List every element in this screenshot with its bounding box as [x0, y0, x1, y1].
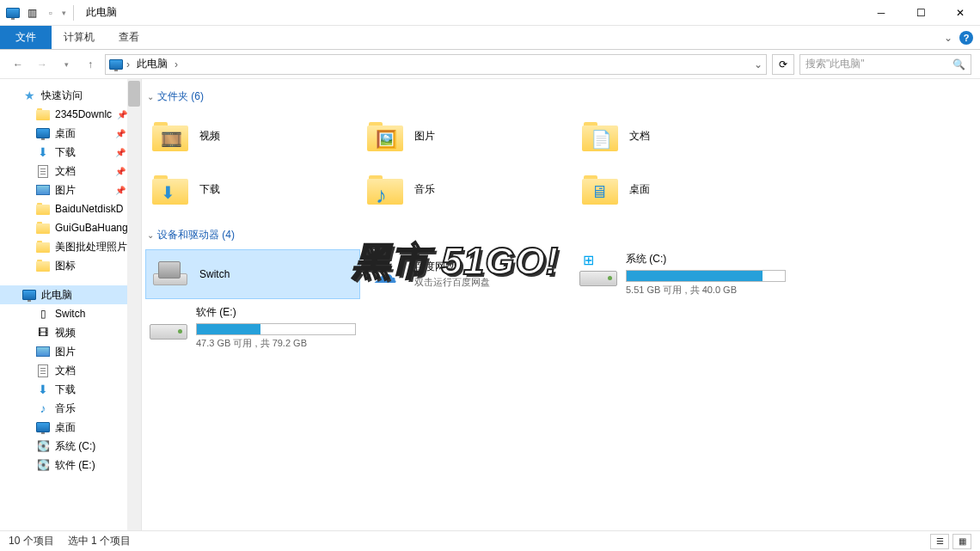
- video-icon: 🎞️: [161, 129, 182, 150]
- tree-label: 下载: [55, 383, 76, 397]
- tree-item[interactable]: 2345Downlc📌: [0, 105, 141, 124]
- tree-label: 系统 (C:): [55, 439, 95, 454]
- folder-item-desktop[interactable]: 🖥桌面: [575, 164, 790, 214]
- view-details-button[interactable]: ☰: [930, 534, 949, 549]
- chevron-right-icon[interactable]: ›: [175, 58, 178, 70]
- tree-item[interactable]: 图片📌: [0, 181, 141, 199]
- tree-label: 音乐: [55, 401, 76, 416]
- breadcrumb-root[interactable]: 此电脑: [133, 57, 171, 71]
- device-item-system-c[interactable]: ⊞ 系统 (C:) 5.51 GB 可用 , 共 40.0 GB: [575, 249, 790, 299]
- tree-label: 图片: [55, 345, 76, 359]
- tree-label: 此电脑: [41, 288, 72, 303]
- ribbon-expand-icon[interactable]: ⌄: [944, 32, 952, 44]
- status-item-count: 10 个项目: [9, 534, 54, 548]
- desktop-icon: 🖥: [591, 182, 608, 202]
- qat-new-icon[interactable]: ▫: [43, 5, 58, 21]
- scrollbar-thumb[interactable]: [128, 81, 140, 107]
- title-bar: ▥ ▫ ▾ 此电脑 ─ ☐ ✕: [0, 0, 980, 26]
- tree-item[interactable]: 文档: [0, 361, 141, 380]
- document-icon: [36, 164, 50, 178]
- download-icon: ⬇: [36, 383, 50, 396]
- chevron-right-icon[interactable]: ›: [126, 58, 130, 70]
- folder-icon: [36, 259, 50, 272]
- item-subtitle: 双击运行百度网盘: [414, 276, 571, 289]
- minimize-button[interactable]: ─: [861, 0, 901, 26]
- ribbon-file-tab[interactable]: 文件: [0, 26, 52, 49]
- tree-label: 视频: [55, 326, 76, 340]
- tree-item[interactable]: 图标: [0, 256, 141, 275]
- folder-item-documents[interactable]: 📄文档: [575, 111, 790, 161]
- device-item-baidu[interactable]: ☁ 百度网盘双击运行百度网盘: [360, 249, 575, 299]
- address-dropdown-icon[interactable]: ⌄: [754, 58, 763, 70]
- item-label: 音乐: [414, 182, 571, 197]
- tree-label: GuiGuBaHuang: [55, 222, 128, 234]
- tree-label: 桌面: [55, 126, 76, 141]
- download-icon: ⬇: [161, 182, 175, 203]
- tree-label: 图片: [55, 183, 76, 198]
- pin-icon: 📌: [115, 148, 126, 157]
- tree-item[interactable]: ▯Switch: [0, 304, 141, 323]
- status-selected-count: 选中 1 个项目: [68, 534, 131, 548]
- app-icon: [5, 5, 21, 21]
- tree-label: 下载: [55, 145, 76, 160]
- nav-recent-button[interactable]: ▾: [57, 55, 76, 74]
- item-label: 文档: [629, 129, 786, 144]
- view-tiles-button[interactable]: ▦: [952, 534, 971, 549]
- qat-dropdown-icon[interactable]: ▾: [62, 9, 66, 17]
- scrollbar-track[interactable]: [127, 79, 141, 530]
- picture-icon: [36, 345, 50, 358]
- tree-label: 桌面: [55, 420, 76, 435]
- group-header-folders[interactable]: ⌄ 文件夹 (6): [145, 86, 977, 111]
- device-item-software-e[interactable]: 软件 (E:) 47.3 GB 可用 , 共 79.2 GB: [145, 303, 360, 352]
- tree-item[interactable]: 桌面: [0, 418, 141, 437]
- group-header-devices[interactable]: ⌄ 设备和驱动器 (4): [145, 224, 977, 249]
- folder-item-downloads[interactable]: ⬇下载: [145, 164, 360, 214]
- tree-quick-access[interactable]: ★ 快速访问: [0, 86, 141, 105]
- item-label: 视频: [199, 129, 356, 144]
- ribbon-tab-computer[interactable]: 计算机: [52, 26, 107, 49]
- qat-properties-icon[interactable]: ▥: [24, 5, 40, 21]
- folder-item-pictures[interactable]: 🖼️图片: [360, 111, 575, 161]
- group-title: 文件夹 (6): [157, 89, 204, 104]
- tree-item[interactable]: ⬇下载: [0, 380, 141, 399]
- tree-label: Switch: [55, 308, 85, 320]
- download-icon: ⬇: [36, 145, 50, 159]
- tree-item[interactable]: 图片: [0, 342, 141, 361]
- drive-icon: ▯: [36, 307, 50, 321]
- folder-item-music[interactable]: ♪音乐: [360, 164, 575, 214]
- nav-up-button[interactable]: ↑: [81, 55, 100, 74]
- refresh-button[interactable]: ⟳: [772, 54, 794, 75]
- help-icon[interactable]: ?: [959, 31, 973, 45]
- tree-item[interactable]: 美图批处理照片: [0, 237, 141, 256]
- pin-icon: 📌: [115, 129, 126, 138]
- tree-item[interactable]: 💽软件 (E:): [0, 456, 141, 474]
- nav-forward-button[interactable]: →: [33, 55, 52, 74]
- tree-item[interactable]: 桌面📌: [0, 124, 141, 143]
- nav-back-button[interactable]: ←: [9, 55, 28, 74]
- storage-text: 5.51 GB 可用 , 共 40.0 GB: [626, 284, 786, 297]
- address-icon: [109, 59, 123, 70]
- tree-item[interactable]: 🎞视频: [0, 323, 141, 342]
- tree-item[interactable]: 文档📌: [0, 162, 141, 181]
- tree-item[interactable]: 💽系统 (C:): [0, 437, 141, 456]
- maximize-button[interactable]: ☐: [901, 0, 940, 26]
- ribbon-tab-view[interactable]: 查看: [107, 26, 151, 49]
- picture-icon: [36, 183, 50, 197]
- device-item-switch[interactable]: Switch: [145, 249, 360, 299]
- item-label: 软件 (E:): [196, 305, 356, 320]
- tree-this-pc[interactable]: 此电脑: [0, 285, 141, 304]
- tree-item[interactable]: GuiGuBaHuang: [0, 218, 141, 237]
- folder-icon: [36, 240, 50, 254]
- pin-icon: 📌: [115, 186, 126, 195]
- close-button[interactable]: ✕: [940, 0, 980, 26]
- status-bar: 10 个项目 选中 1 个项目 ☰ ▦: [0, 530, 980, 551]
- computer-icon: [22, 288, 36, 302]
- search-placeholder: 搜索"此电脑": [805, 57, 865, 71]
- address-bar[interactable]: › 此电脑 › ⌄: [105, 54, 767, 75]
- folder-item-videos[interactable]: 🎞️视频: [145, 111, 360, 161]
- storage-bar: [196, 323, 356, 335]
- tree-item[interactable]: BaiduNetdiskD: [0, 199, 141, 218]
- search-input[interactable]: 搜索"此电脑" 🔍: [799, 54, 971, 75]
- tree-item[interactable]: ♪音乐: [0, 399, 141, 418]
- tree-item[interactable]: ⬇下载📌: [0, 143, 141, 162]
